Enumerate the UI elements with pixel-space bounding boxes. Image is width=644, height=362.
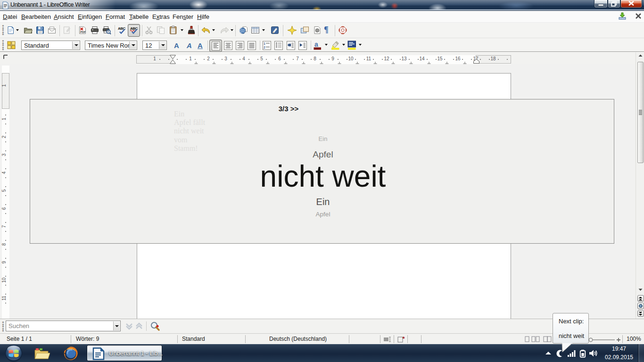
svg-text:PDF: PDF [80,31,86,33]
svg-text:2: 2 [264,46,265,49]
svg-text:*: * [402,336,405,342]
svg-text:a: a [314,41,318,48]
svg-text:1: 1 [264,42,265,45]
